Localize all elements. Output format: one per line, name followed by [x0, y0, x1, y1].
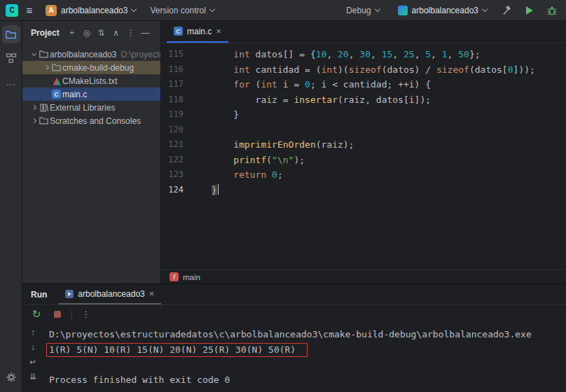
console-line: Process finished with exit code 0	[49, 372, 566, 388]
vcs-widget[interactable]: Version control	[145, 4, 219, 18]
code-text: for (int i = 0; i < cantidad; ++i) {	[193, 77, 431, 92]
hide-panel-icon: —	[142, 28, 150, 38]
code-line: 118 raiz = insertar(raiz, datos[i]);	[161, 92, 566, 108]
tree-item-scratches-and-consoles[interactable]: Scratches and Consoles	[22, 114, 160, 127]
code-text: int cantidad = (int)(sizeof(datos) / siz…	[193, 62, 535, 78]
close-icon[interactable]: ×	[216, 27, 221, 36]
line-number: 122	[161, 153, 193, 168]
run-config-icon	[398, 6, 408, 15]
project-tool-button[interactable]	[2, 25, 20, 43]
tab-label: main.c	[187, 27, 212, 36]
line-number: 124	[161, 183, 193, 198]
console-action-bar: ↑↓↵⇊	[22, 323, 43, 392]
console-container: ↑↓↵⇊ D:\proyectos\estructuradedatos\c\ar…	[22, 323, 566, 392]
tree-item-label: CMakeLists.txt	[62, 76, 118, 86]
line-number: 121	[161, 137, 193, 153]
locate-file-button[interactable]: ◎	[81, 27, 92, 39]
tree-item-arbolbalanceado3[interactable]: arbolbalanceado3D:\proyecto	[22, 48, 160, 61]
tree-item-cmake-build-debug[interactable]: cmake-build-debug	[22, 61, 160, 74]
code-text: imprimirEnOrden(raiz);	[193, 137, 354, 153]
code-line: 117 for (int i = 0; i < cantidad; ++i) {	[161, 77, 566, 92]
chevron-right-icon[interactable]	[42, 66, 50, 69]
breadcrumb-item-main[interactable]: main	[183, 273, 200, 281]
hammer-icon	[502, 5, 513, 16]
vcs-widget-label: Version control	[150, 6, 205, 15]
run-tab-arbolbalanceado3[interactable]: arbolbalanceado3 ×	[58, 284, 161, 304]
code-text: return 0;	[193, 167, 283, 183]
console-output[interactable]: D:\proyectos\estructuradedatos\c\arbolba…	[43, 323, 566, 392]
hamburger-menu-button[interactable]: ≡	[22, 3, 36, 18]
tool-window-stripe: …	[0, 21, 22, 392]
code-area[interactable]: 115 int datos[] = {10, 20, 30, 15, 25, 5…	[161, 43, 566, 270]
code-text: }	[193, 107, 239, 122]
project-widget[interactable]: A arbolbalanceado3	[41, 3, 141, 18]
project-widget-label: arbolbalanceado3	[61, 6, 127, 15]
code-line: 115 int datos[] = {10, 20, 30, 15, 25, 5…	[161, 47, 566, 62]
line-number: 115	[161, 47, 193, 62]
project-tree: arbolbalanceado3D:\proyectocmake-build-d…	[22, 45, 160, 127]
line-number: 123	[161, 167, 193, 183]
scroll-down-button[interactable]: ↓	[27, 342, 39, 352]
more-options-icon: ⋮	[127, 28, 135, 38]
code-line: 121 imprimirEnOrden(raiz);	[161, 137, 566, 153]
app-logo-icon: C	[6, 4, 18, 17]
debug-button[interactable]	[545, 3, 559, 18]
code-text: }	[193, 183, 219, 198]
rerun-button[interactable]: ↻	[29, 307, 43, 322]
run-config-selector[interactable]: arbolbalanceado3	[393, 4, 492, 18]
tree-item-label: Scratches and Consoles	[50, 116, 141, 126]
more-tool-windows-button[interactable]: …	[2, 73, 20, 91]
code-text	[193, 122, 212, 138]
run-tab-label: arbolbalanceado3	[78, 289, 144, 299]
code-line: 119 }	[161, 107, 566, 122]
run-button[interactable]	[523, 3, 537, 18]
tab-main-c[interactable]: C main.c ×	[167, 21, 228, 43]
chevron-right-icon[interactable]	[29, 119, 38, 122]
c-file-icon: C	[50, 90, 62, 99]
editor: C main.c × 115 int datos[] = {10, 20, 30…	[161, 21, 566, 284]
clion-window: C ≡ A arbolbalanceado3 Version control D…	[0, 0, 566, 392]
chevron-down-icon	[131, 6, 137, 12]
chevron-right-icon[interactable]	[29, 106, 38, 109]
hide-panel-button[interactable]: —	[140, 27, 151, 39]
folder-icon	[50, 64, 62, 71]
run-config-label: arbolbalanceado3	[412, 6, 478, 15]
line-number: 116	[161, 62, 193, 78]
build-button[interactable]	[500, 3, 514, 18]
project-panel-header: Project +◎⇅∧⋮—	[22, 21, 160, 45]
expand-collapse-button[interactable]: ⇅	[96, 27, 107, 39]
tree-item-main-c[interactable]: Cmain.c	[22, 88, 160, 101]
settings-button[interactable]	[2, 368, 20, 386]
collapse-all-button[interactable]: ∧	[111, 27, 122, 39]
project-panel: Project +◎⇅∧⋮— arbolbalanceado3D:\proyec…	[22, 21, 161, 284]
stop-button[interactable]	[50, 307, 64, 322]
line-number: 120	[161, 122, 193, 138]
code-line: 116 int cantidad = (int)(sizeof(datos) /…	[161, 62, 566, 78]
soft-wrap-button[interactable]: ↵	[27, 357, 39, 367]
run-tab-icon	[65, 290, 74, 298]
soft-wrap-icon: ↵	[29, 357, 36, 367]
build-type-selector[interactable]: Debug	[341, 4, 384, 18]
gear-icon	[6, 372, 17, 383]
run-tool-window: Run arbolbalanceado3 × ↻ ⋮ ↑↓↵⇊ D:\proye…	[22, 284, 566, 392]
scroll-up-button[interactable]: ↑	[27, 328, 39, 337]
more-options-button[interactable]: ⋮	[79, 307, 93, 322]
chevron-down-icon[interactable]	[29, 53, 38, 55]
more-options-button[interactable]: ⋮	[125, 27, 137, 39]
scroll-to-end-button[interactable]: ⇊	[27, 372, 39, 382]
close-icon[interactable]: ×	[149, 289, 155, 298]
tree-item-label: arbolbalanceado3	[50, 50, 116, 59]
chevron-down-icon	[374, 6, 380, 12]
tree-item-cmakelists-txt[interactable]: CMakeLists.txt	[22, 74, 160, 88]
add-button[interactable]: +	[67, 27, 78, 39]
code-text: int datos[] = {10, 20, 30, 15, 25, 5, 1,…	[193, 47, 481, 62]
editor-tabbar: C main.c ×	[161, 21, 566, 43]
project-panel-actions: +◎⇅∧⋮—	[67, 27, 151, 39]
code-text: raiz = insertar(raiz, datos[i]);	[193, 92, 431, 108]
structure-tool-button[interactable]	[2, 49, 20, 67]
main-toolbar: C ≡ A arbolbalanceado3 Version control D…	[0, 0, 566, 21]
console-line: D:\proyectos\estructuradedatos\c\arbolba…	[49, 327, 566, 342]
tree-item-external-libraries[interactable]: External Libraries	[22, 101, 160, 114]
project-panel-title: Project	[31, 28, 60, 38]
line-number: 119	[161, 107, 193, 122]
